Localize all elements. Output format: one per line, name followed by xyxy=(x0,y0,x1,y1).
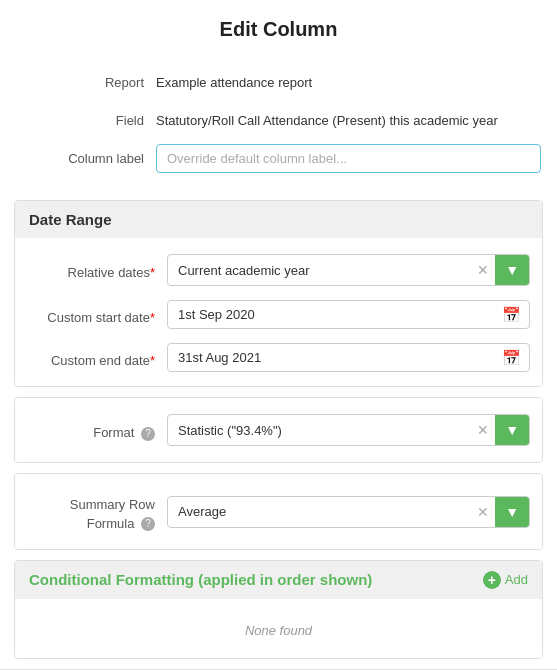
required-star-3: * xyxy=(150,353,155,368)
field-value: Statutory/Roll Call Attendance (Present)… xyxy=(156,106,541,130)
relative-dates-value: Current academic year xyxy=(168,257,471,284)
report-label: Report xyxy=(16,68,156,92)
relative-dates-clear-icon[interactable]: ✕ xyxy=(471,262,495,278)
format-clear-icon[interactable]: ✕ xyxy=(471,422,495,438)
column-label-input[interactable] xyxy=(156,144,541,173)
none-found-text: None found xyxy=(15,605,542,648)
summary-row-clear-icon[interactable]: ✕ xyxy=(471,504,495,520)
conditional-formatting-header: Conditional Formatting (applied in order… xyxy=(15,561,542,599)
format-help-icon[interactable]: ? xyxy=(141,427,155,441)
custom-start-date-input[interactable]: 1st Sep 2020 📅 xyxy=(167,300,530,329)
custom-end-date-input[interactable]: 31st Aug 2021 📅 xyxy=(167,343,530,372)
format-arrow-icon[interactable]: ▼ xyxy=(495,415,529,445)
relative-dates-arrow-icon[interactable]: ▼ xyxy=(495,255,529,285)
date-range-header: Date Range xyxy=(15,201,542,238)
page-title: Edit Column xyxy=(0,0,557,55)
format-select[interactable]: Statistic ("93.4%") ✕ ▼ xyxy=(167,414,530,446)
calendar-icon-end[interactable]: 📅 xyxy=(494,349,529,367)
add-formatting-button[interactable]: + Add xyxy=(483,571,528,589)
relative-dates-select[interactable]: Current academic year ✕ ▼ xyxy=(167,254,530,286)
conditional-formatting-title: Conditional Formatting (applied in order… xyxy=(29,571,372,588)
column-label-label: Column label xyxy=(16,144,156,168)
summary-row-value: Average xyxy=(168,498,471,525)
add-icon: + xyxy=(483,571,501,589)
summary-row-select[interactable]: Average ✕ ▼ xyxy=(167,496,530,528)
summary-row-label: Summary Row Formula ? xyxy=(27,490,167,532)
required-star-2: * xyxy=(150,310,155,325)
format-value: Statistic ("93.4%") xyxy=(168,417,471,444)
custom-start-date-value: 1st Sep 2020 xyxy=(168,301,494,328)
summary-row-arrow-icon[interactable]: ▼ xyxy=(495,497,529,527)
report-value: Example attendance report xyxy=(156,68,541,92)
add-label: Add xyxy=(505,572,528,587)
field-label: Field xyxy=(16,106,156,130)
required-star: * xyxy=(150,265,155,280)
relative-dates-label: Relative dates* xyxy=(27,258,167,282)
calendar-icon-start[interactable]: 📅 xyxy=(494,306,529,324)
format-label: Format ? xyxy=(27,418,167,442)
custom-end-date-value: 31st Aug 2021 xyxy=(168,344,494,371)
summary-row-help-icon[interactable]: ? xyxy=(141,517,155,531)
custom-start-label: Custom start date* xyxy=(27,303,167,327)
custom-end-label: Custom end date* xyxy=(27,346,167,370)
